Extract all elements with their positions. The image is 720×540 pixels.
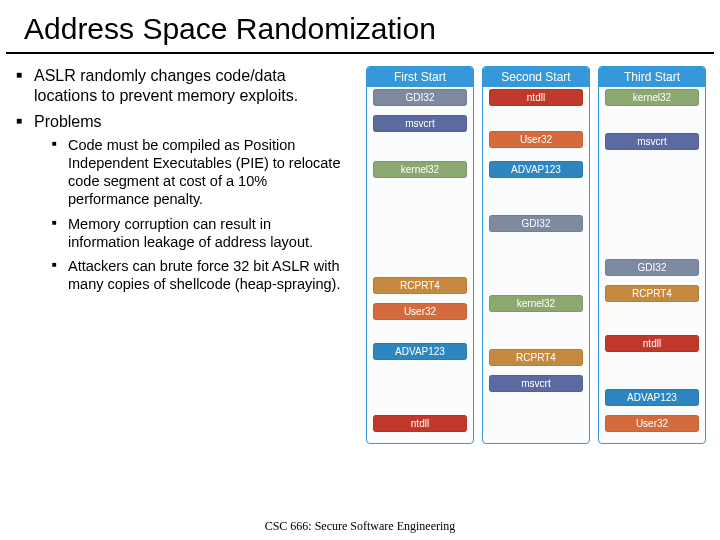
memory-stack: First StartGDI32msvcrtkernel32RCPRT4User… [366, 66, 474, 444]
memory-block: User32 [489, 131, 583, 148]
memory-block: msvcrt [489, 375, 583, 392]
memory-block: RCPRT4 [605, 285, 699, 302]
memory-block: User32 [605, 415, 699, 432]
bullet-problems-label: Problems [34, 113, 102, 130]
memory-block: RCPRT4 [489, 349, 583, 366]
memory-block: GDI32 [373, 89, 467, 106]
memory-block: msvcrt [373, 115, 467, 132]
memory-block: ADVAP123 [373, 343, 467, 360]
page-title: Address Space Randomization [24, 12, 696, 46]
sub-bullet-bruteforce: Attackers can brute force 32 bit ASLR wi… [50, 257, 344, 293]
aslr-diagram: First StartGDI32msvcrtkernel32RCPRT4User… [344, 66, 706, 444]
memory-block: User32 [373, 303, 467, 320]
memory-block: ntdll [489, 89, 583, 106]
bullet-aslr: ASLR randomly changes code/data location… [14, 66, 344, 106]
memory-stack: Third Startkernel32msvcrtGDI32RCPRT4ntdl… [598, 66, 706, 444]
memory-block: RCPRT4 [373, 277, 467, 294]
bullet-problems: Problems Code must be compiled as Positi… [14, 112, 344, 293]
text-column: ASLR randomly changes code/data location… [14, 66, 344, 444]
sub-bullet-pie: Code must be compiled as Position Indepe… [50, 136, 344, 209]
memory-block: ADVAP123 [605, 389, 699, 406]
memory-block: GDI32 [605, 259, 699, 276]
memory-block: kernel32 [373, 161, 467, 178]
footer-text: CSC 666: Secure Software Engineering [0, 519, 720, 534]
stack-title: Second Start [483, 67, 589, 87]
memory-block: kernel32 [605, 89, 699, 106]
memory-block: ADVAP123 [489, 161, 583, 178]
memory-block: GDI32 [489, 215, 583, 232]
memory-block: msvcrt [605, 133, 699, 150]
memory-block: ntdll [605, 335, 699, 352]
memory-block: kernel32 [489, 295, 583, 312]
stack-title: First Start [367, 67, 473, 87]
sub-bullet-leakage: Memory corruption can result in informat… [50, 215, 344, 251]
memory-block: ntdll [373, 415, 467, 432]
stack-title: Third Start [599, 67, 705, 87]
memory-stack: Second StartntdllUser32ADVAP123GDI32kern… [482, 66, 590, 444]
